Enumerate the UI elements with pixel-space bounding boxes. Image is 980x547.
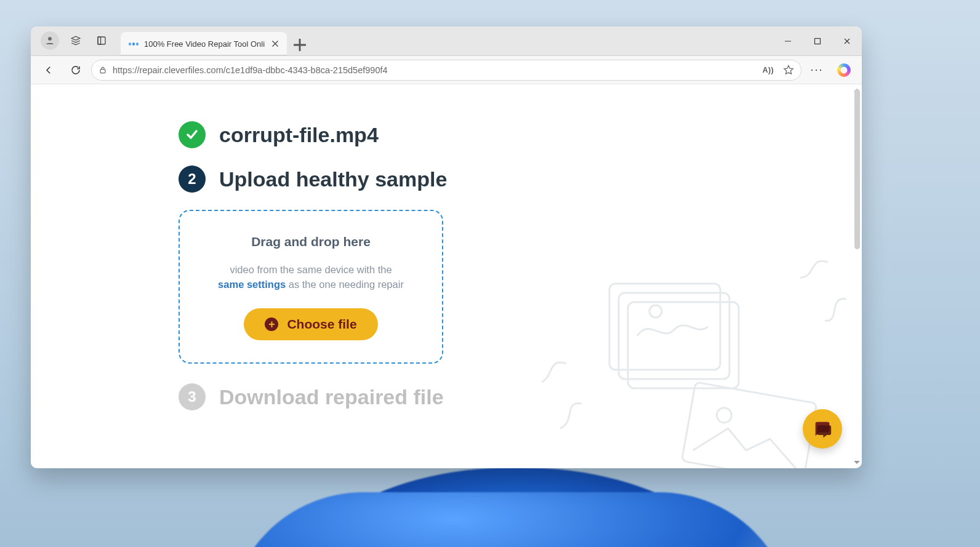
tab-close-button[interactable] [270, 38, 281, 49]
tab-actions-icon[interactable] [89, 28, 114, 53]
tab-title: 100% Free Video Repair Tool Onli [144, 39, 265, 49]
dropzone-desc-pre: video from the same device with the [230, 264, 392, 275]
browser-window: 100% Free Video Repair Tool Onli https:/… [31, 26, 862, 468]
desktop-wallpaper-bloom [265, 468, 769, 547]
favorite-icon[interactable] [782, 64, 795, 76]
svg-rect-3 [815, 39, 821, 44]
tab-favicon-icon [128, 38, 139, 49]
page-scroll[interactable]: corrupt-file.mp4 2 Upload healthy sample… [31, 84, 862, 468]
chat-icon [812, 418, 833, 439]
dropzone-heading: Drag and drop here [197, 234, 425, 249]
titlebar: 100% Free Video Repair Tool Onli [31, 26, 862, 56]
choose-file-label: Choose file [287, 317, 356, 332]
plus-icon: + [265, 317, 278, 331]
more-menu-button[interactable]: ··· [805, 58, 829, 82]
url-text: https://repair.cleverfiles.com/c1e1df9a-… [113, 65, 758, 75]
step-3-number-badge: 3 [179, 383, 206, 410]
profile-button[interactable] [37, 28, 63, 53]
dropzone-desc-post: as the one needing repair [286, 279, 404, 290]
copilot-button[interactable] [832, 58, 856, 82]
step-2: 2 Upload healthy sample [179, 166, 733, 193]
step-2-title: Upload healthy sample [219, 167, 447, 191]
svg-point-0 [48, 37, 52, 41]
step-2-number-badge: 2 [179, 166, 206, 193]
window-maximize-button[interactable] [803, 27, 832, 55]
browser-tab[interactable]: 100% Free Video Repair Tool Onli [121, 32, 287, 55]
svg-rect-2 [98, 37, 101, 44]
scroll-down-arrow-icon[interactable] [854, 461, 860, 467]
chat-fab-button[interactable] [803, 409, 842, 449]
read-aloud-icon[interactable]: A)) [763, 66, 774, 74]
back-button[interactable] [37, 58, 60, 82]
upload-dropzone[interactable]: Drag and drop here video from the same d… [179, 210, 443, 364]
vertical-scrollbar[interactable] [854, 89, 860, 249]
step-3-title: Download repaired file [219, 385, 444, 409]
address-bar[interactable]: https://repair.cleverfiles.com/c1e1df9a-… [91, 60, 801, 81]
workspaces-icon[interactable] [63, 28, 89, 53]
step-3: 3 Download repaired file [179, 383, 733, 410]
svg-rect-4 [100, 69, 105, 73]
checkmark-icon [179, 121, 206, 148]
choose-file-button[interactable]: + Choose file [244, 308, 377, 340]
browser-toolbar: https://repair.cleverfiles.com/c1e1df9a-… [31, 56, 862, 84]
dropzone-description: video from the same device with the same… [197, 263, 425, 292]
step-1-title: corrupt-file.mp4 [219, 123, 379, 147]
page-viewport: corrupt-file.mp4 2 Upload healthy sample… [31, 84, 862, 468]
new-tab-button[interactable] [289, 34, 310, 55]
refresh-button[interactable] [64, 58, 87, 82]
window-close-button[interactable] [832, 27, 862, 55]
copilot-icon [837, 63, 851, 77]
lock-icon [98, 65, 108, 75]
same-settings-link[interactable]: same settings [218, 279, 286, 290]
window-minimize-button[interactable] [773, 27, 803, 55]
svg-rect-1 [98, 37, 105, 44]
step-1: corrupt-file.mp4 [179, 121, 733, 148]
